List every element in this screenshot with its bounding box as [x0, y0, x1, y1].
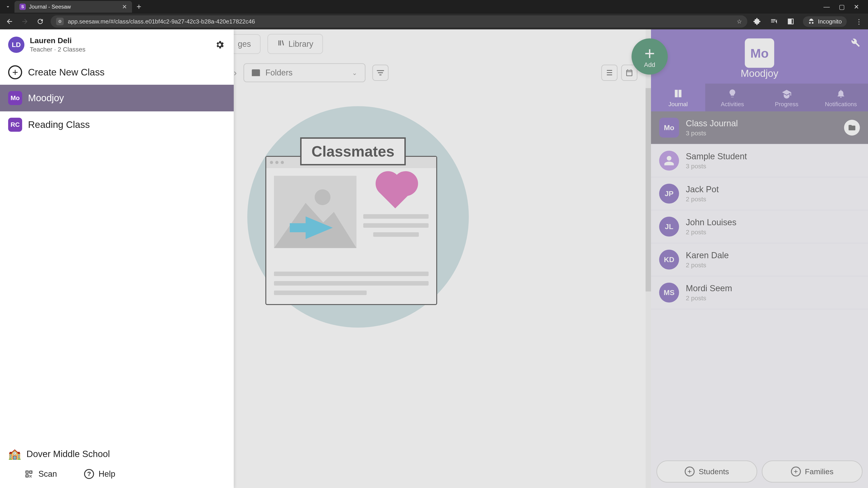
scan-label: Scan [38, 469, 57, 479]
students-label: Students [699, 467, 729, 476]
class-settings-wrench-icon[interactable] [849, 37, 863, 50]
lightbulb-icon [727, 88, 738, 99]
add-button[interactable]: + Add [631, 38, 668, 74]
filter-row: › Folders ⌄ ☰ [234, 63, 638, 82]
journal-row-class-journal[interactable]: Mo Class Journal 3 posts [651, 111, 868, 144]
families-label: Families [805, 467, 834, 476]
main-area: ges Library › Folders ⌄ [234, 29, 868, 488]
row-name: John Louises [686, 218, 737, 227]
class-item-reading[interactable]: RC Reading Class [0, 111, 234, 138]
help-icon: ? [84, 469, 94, 479]
row-name: Class Journal [686, 119, 738, 128]
bell-icon [835, 88, 846, 99]
tab-label: Notifications [825, 101, 857, 108]
hero-image-placeholder [274, 176, 356, 248]
row-posts: 2 posts [686, 295, 732, 302]
app-root: LD Lauren Deli Teacher · 2 Classes + Cre… [0, 29, 868, 488]
hero-content-lines [363, 176, 429, 248]
row-name: Mordi Seem [686, 284, 732, 293]
row-avatar: JL [659, 217, 679, 236]
journal-row-mordi-seem[interactable]: MS Mordi Seem 2 posts [651, 276, 868, 309]
heart-icon [379, 175, 412, 208]
plus-icon: + [685, 466, 694, 477]
tab-search-dropdown[interactable] [2, 1, 13, 12]
incognito-label: Incognito [818, 18, 842, 25]
bookmark-star-icon[interactable]: ☆ [737, 18, 742, 25]
side-panel-icon[interactable] [786, 17, 795, 26]
site-settings-icon[interactable]: ⚙ [56, 18, 64, 25]
school-name: Dover Middle School [26, 449, 110, 459]
add-families-button[interactable]: + Families [762, 460, 863, 483]
class-list: Mo Moodjoy RC Reading Class [0, 85, 234, 138]
library-icon [277, 39, 285, 49]
minimize-icon[interactable]: — [824, 3, 830, 11]
row-posts: 3 posts [686, 163, 747, 170]
tab-activities[interactable]: Activities [705, 84, 760, 111]
toolbar-icons: Incognito ⋮ [753, 16, 864, 27]
close-window-icon[interactable]: ✕ [854, 3, 859, 11]
reload-button[interactable] [35, 17, 45, 26]
journal-list[interactable]: Mo Class Journal 3 posts Sample Student [651, 111, 868, 455]
row-name: Sample Student [686, 152, 747, 161]
close-tab-icon[interactable]: ✕ [122, 3, 127, 10]
forward-button[interactable] [20, 17, 30, 26]
scan-button[interactable]: Scan [24, 469, 57, 479]
folders-dropdown[interactable]: Folders ⌄ [243, 63, 366, 82]
browser-menu-icon[interactable]: ⋮ [855, 17, 864, 26]
tab-messages-partial[interactable]: ges [234, 34, 260, 54]
library-label: Library [288, 39, 313, 49]
user-avatar[interactable]: LD [8, 37, 24, 53]
browser-tab[interactable]: S Journal - Seesaw ✕ [14, 1, 132, 13]
qr-icon [24, 469, 34, 479]
row-avatar: KD [659, 250, 679, 269]
help-button[interactable]: ? Help [84, 469, 115, 479]
create-new-class-button[interactable]: + Create New Class [0, 60, 234, 85]
new-tab-button[interactable]: + [133, 2, 145, 11]
row-posts: 3 posts [686, 130, 738, 137]
back-button[interactable] [4, 17, 14, 26]
journal-row-jack-pot[interactable]: JP Jack Pot 2 posts [651, 177, 868, 210]
school-row[interactable]: 🏫 Dover Middle School [8, 448, 225, 460]
reading-list-icon[interactable] [770, 17, 778, 26]
center-scrollbar[interactable] [646, 29, 651, 488]
center-column: ges Library › Folders ⌄ [234, 29, 651, 488]
incognito-indicator[interactable]: Incognito [803, 16, 847, 27]
right-panel-tabs: Journal Activities Progress Notification… [651, 84, 868, 111]
url-field[interactable]: ⚙ app.seesaw.me/#/class/class.e01bf4c2-9… [51, 15, 747, 28]
row-posts: 2 posts [686, 262, 729, 269]
journal-row-john-louises[interactable]: JL John Louises 2 posts [651, 210, 868, 243]
class-name-label: Moodjoy [28, 93, 64, 103]
class-avatar-large[interactable]: Mo [745, 38, 774, 68]
hero-card: Classmates [266, 156, 437, 305]
class-badge: RC [8, 118, 22, 132]
class-item-moodjoy[interactable]: Mo Moodjoy [0, 85, 234, 111]
drawer-header: LD Lauren Deli Teacher · 2 Classes [0, 29, 234, 60]
tab-library[interactable]: Library [268, 34, 323, 54]
plus-icon: + [791, 466, 801, 477]
school-icon: 🏫 [8, 448, 21, 460]
tab-strip: S Journal - Seesaw ✕ + — ▢ ✕ [0, 0, 868, 13]
folder-icon [252, 69, 260, 76]
tab-journal[interactable]: Journal [651, 84, 705, 111]
filter-settings-button[interactable] [372, 65, 389, 81]
maximize-icon[interactable]: ▢ [839, 3, 845, 11]
right-panel: + Add Mo Moodjoy Journal Activities [651, 29, 868, 488]
row-avatar: JP [659, 184, 679, 203]
hero-footer-lines [274, 271, 429, 295]
add-students-button[interactable]: + Students [656, 460, 757, 483]
tab-progress[interactable]: Progress [760, 84, 814, 111]
folder-action-icon[interactable] [844, 120, 860, 135]
tab-label: Journal [669, 101, 688, 108]
chevron-down-icon: ⌄ [352, 69, 357, 76]
tab-title: Journal - Seesaw [29, 4, 71, 10]
list-view-button[interactable]: ☰ [601, 65, 618, 81]
tab-notifications[interactable]: Notifications [814, 84, 868, 111]
journal-row-karen-dale[interactable]: KD Karen Dale 2 posts [651, 243, 868, 276]
chevron-right-icon[interactable]: › [234, 68, 237, 78]
settings-gear-icon[interactable] [214, 39, 225, 51]
tab-label: Activities [721, 101, 744, 108]
journal-row-sample-student[interactable]: Sample Student 3 posts [651, 144, 868, 177]
top-tabs: ges Library [234, 34, 323, 54]
extensions-icon[interactable] [753, 17, 762, 26]
hero-body [266, 168, 436, 256]
